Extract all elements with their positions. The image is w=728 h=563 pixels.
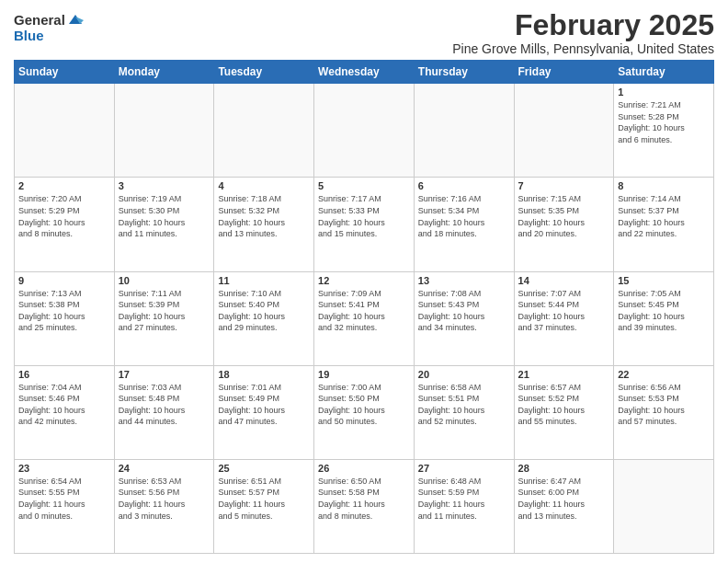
day-info: Sunrise: 6:48 AM Sunset: 5:59 PM Dayligh… (418, 476, 510, 522)
day-info: Sunrise: 7:04 AM Sunset: 5:46 PM Dayligh… (18, 382, 110, 428)
calendar-cell (614, 459, 714, 553)
calendar-cell: 5Sunrise: 7:17 AM Sunset: 5:33 PM Daylig… (314, 178, 415, 271)
title-month: February 2025 (452, 9, 714, 41)
day-info: Sunrise: 6:50 AM Sunset: 5:58 PM Dayligh… (318, 476, 410, 522)
calendar-cell: 23Sunrise: 6:54 AM Sunset: 5:55 PM Dayli… (15, 459, 115, 553)
day-info: Sunrise: 6:54 AM Sunset: 5:55 PM Dayligh… (18, 476, 110, 522)
header-monday: Monday (114, 61, 214, 84)
day-number: 4 (218, 180, 310, 191)
calendar-cell: 15Sunrise: 7:05 AM Sunset: 5:45 PM Dayli… (614, 271, 714, 365)
calendar-cell: 14Sunrise: 7:07 AM Sunset: 5:44 PM Dayli… (514, 271, 614, 365)
header-friday: Friday (514, 61, 614, 84)
header-tuesday: Tuesday (214, 61, 314, 84)
page: General Blue February 2025 Pine Grove Mi… (0, 0, 728, 563)
calendar-week-row-1: 2Sunrise: 7:20 AM Sunset: 5:29 PM Daylig… (15, 178, 714, 271)
calendar-cell: 20Sunrise: 6:58 AM Sunset: 5:51 PM Dayli… (414, 365, 514, 459)
day-number: 20 (418, 369, 510, 380)
day-info: Sunrise: 7:17 AM Sunset: 5:33 PM Dayligh… (318, 193, 410, 239)
calendar-cell: 11Sunrise: 7:10 AM Sunset: 5:40 PM Dayli… (214, 271, 314, 365)
day-number: 19 (318, 369, 410, 380)
calendar-cell: 25Sunrise: 6:51 AM Sunset: 5:57 PM Dayli… (214, 459, 314, 553)
day-number: 16 (18, 369, 110, 380)
calendar-cell: 4Sunrise: 7:18 AM Sunset: 5:32 PM Daylig… (214, 178, 314, 271)
day-number: 15 (618, 275, 710, 286)
day-number: 26 (318, 463, 410, 474)
day-info: Sunrise: 6:58 AM Sunset: 5:51 PM Dayligh… (418, 382, 510, 428)
day-number: 8 (618, 180, 710, 191)
day-number: 13 (418, 275, 510, 286)
day-number: 10 (119, 275, 210, 286)
day-info: Sunrise: 6:47 AM Sunset: 6:00 PM Dayligh… (518, 476, 610, 522)
day-info: Sunrise: 7:05 AM Sunset: 5:45 PM Dayligh… (618, 288, 710, 334)
calendar-week-row-0: 1Sunrise: 7:21 AM Sunset: 5:28 PM Daylig… (15, 84, 714, 178)
day-number: 2 (18, 180, 110, 191)
day-info: Sunrise: 7:09 AM Sunset: 5:41 PM Dayligh… (318, 288, 410, 334)
day-number: 9 (18, 275, 110, 286)
calendar-cell: 9Sunrise: 7:13 AM Sunset: 5:38 PM Daylig… (15, 271, 115, 365)
day-info: Sunrise: 7:00 AM Sunset: 5:50 PM Dayligh… (318, 382, 410, 428)
day-number: 14 (518, 275, 610, 286)
logo-icon (67, 13, 84, 26)
calendar-cell: 2Sunrise: 7:20 AM Sunset: 5:29 PM Daylig… (15, 178, 115, 271)
day-number: 28 (518, 463, 610, 474)
day-info: Sunrise: 6:53 AM Sunset: 5:56 PM Dayligh… (119, 476, 210, 522)
calendar-cell: 18Sunrise: 7:01 AM Sunset: 5:49 PM Dayli… (214, 365, 314, 459)
day-number: 3 (119, 180, 210, 191)
calendar-week-row-2: 9Sunrise: 7:13 AM Sunset: 5:38 PM Daylig… (15, 271, 714, 365)
calendar-cell: 26Sunrise: 6:50 AM Sunset: 5:58 PM Dayli… (314, 459, 415, 553)
day-number: 21 (518, 369, 610, 380)
header-saturday: Saturday (614, 61, 714, 84)
calendar-week-row-4: 23Sunrise: 6:54 AM Sunset: 5:55 PM Dayli… (15, 459, 714, 553)
calendar-cell: 24Sunrise: 6:53 AM Sunset: 5:56 PM Dayli… (114, 459, 214, 553)
calendar-cell: 8Sunrise: 7:14 AM Sunset: 5:37 PM Daylig… (614, 178, 714, 271)
day-info: Sunrise: 7:01 AM Sunset: 5:49 PM Dayligh… (218, 382, 310, 428)
day-number: 17 (119, 369, 210, 380)
title-location: Pine Grove Mills, Pennsylvania, United S… (452, 41, 714, 56)
day-info: Sunrise: 6:56 AM Sunset: 5:53 PM Dayligh… (618, 382, 710, 428)
day-number: 27 (418, 463, 510, 474)
calendar-cell (414, 84, 514, 178)
logo: General Blue (14, 13, 84, 43)
calendar-cell: 21Sunrise: 6:57 AM Sunset: 5:52 PM Dayli… (514, 365, 614, 459)
header-sunday: Sunday (15, 61, 115, 84)
calendar-cell: 6Sunrise: 7:16 AM Sunset: 5:34 PM Daylig… (414, 178, 514, 271)
day-info: Sunrise: 7:11 AM Sunset: 5:39 PM Dayligh… (119, 288, 210, 334)
calendar-cell (15, 84, 115, 178)
logo-general: General (14, 13, 65, 29)
day-info: Sunrise: 7:15 AM Sunset: 5:35 PM Dayligh… (518, 193, 610, 239)
day-info: Sunrise: 7:10 AM Sunset: 5:40 PM Dayligh… (218, 288, 310, 334)
day-number: 1 (618, 86, 710, 98)
day-info: Sunrise: 6:57 AM Sunset: 5:52 PM Dayligh… (518, 382, 610, 428)
calendar-cell (314, 84, 415, 178)
day-info: Sunrise: 7:13 AM Sunset: 5:38 PM Dayligh… (18, 288, 110, 334)
calendar-cell: 10Sunrise: 7:11 AM Sunset: 5:39 PM Dayli… (114, 271, 214, 365)
calendar-cell: 22Sunrise: 6:56 AM Sunset: 5:53 PM Dayli… (614, 365, 714, 459)
calendar-header-row: Sunday Monday Tuesday Wednesday Thursday… (15, 61, 714, 84)
day-info: Sunrise: 7:14 AM Sunset: 5:37 PM Dayligh… (618, 193, 710, 239)
day-number: 5 (318, 180, 410, 191)
calendar-cell: 27Sunrise: 6:48 AM Sunset: 5:59 PM Dayli… (414, 459, 514, 553)
day-number: 18 (218, 369, 310, 380)
calendar-table: Sunday Monday Tuesday Wednesday Thursday… (14, 60, 714, 554)
day-number: 22 (618, 369, 710, 380)
day-number: 11 (218, 275, 310, 286)
day-info: Sunrise: 7:07 AM Sunset: 5:44 PM Dayligh… (518, 288, 610, 334)
day-info: Sunrise: 7:18 AM Sunset: 5:32 PM Dayligh… (218, 193, 310, 239)
calendar-cell: 28Sunrise: 6:47 AM Sunset: 6:00 PM Dayli… (514, 459, 614, 553)
day-info: Sunrise: 7:03 AM Sunset: 5:48 PM Dayligh… (119, 382, 210, 428)
calendar-cell: 3Sunrise: 7:19 AM Sunset: 5:30 PM Daylig… (114, 178, 214, 271)
calendar-cell: 19Sunrise: 7:00 AM Sunset: 5:50 PM Dayli… (314, 365, 415, 459)
day-info: Sunrise: 7:21 AM Sunset: 5:28 PM Dayligh… (618, 99, 710, 145)
day-number: 25 (218, 463, 310, 474)
title-block: February 2025 Pine Grove Mills, Pennsylv… (452, 9, 714, 56)
day-info: Sunrise: 7:16 AM Sunset: 5:34 PM Dayligh… (418, 193, 510, 239)
header: General Blue February 2025 Pine Grove Mi… (14, 9, 714, 56)
day-info: Sunrise: 7:20 AM Sunset: 5:29 PM Dayligh… (18, 193, 110, 239)
calendar-cell (214, 84, 314, 178)
day-number: 23 (18, 463, 110, 474)
calendar-cell: 16Sunrise: 7:04 AM Sunset: 5:46 PM Dayli… (15, 365, 115, 459)
logo-blue: Blue (14, 29, 84, 44)
calendar-cell: 12Sunrise: 7:09 AM Sunset: 5:41 PM Dayli… (314, 271, 415, 365)
day-number: 7 (518, 180, 610, 191)
calendar-cell: 13Sunrise: 7:08 AM Sunset: 5:43 PM Dayli… (414, 271, 514, 365)
